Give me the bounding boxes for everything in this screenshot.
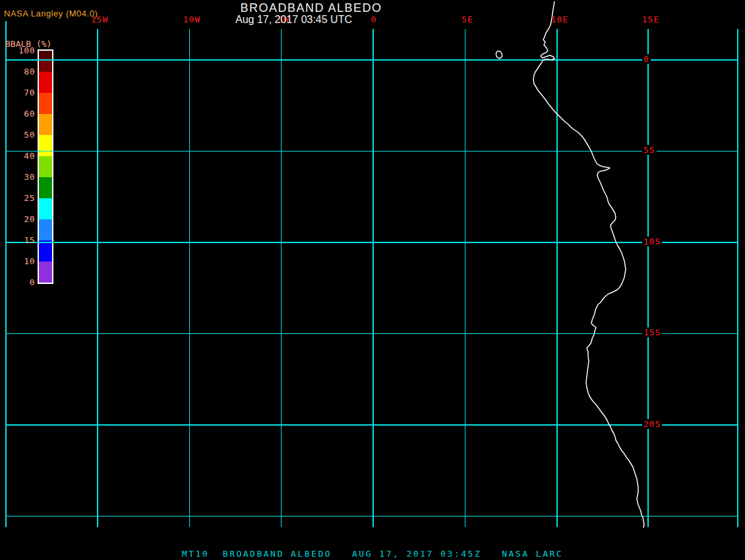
meridian-line — [556, 29, 558, 527]
colorbar-tick-label: 50 — [0, 130, 35, 140]
parallel-line — [5, 516, 737, 517]
colorbar-tick-label: 40 — [0, 152, 35, 161]
meridian-line — [647, 29, 649, 527]
colorbar-tick-label: 25 — [0, 194, 35, 203]
parallel-line — [5, 59, 737, 61]
albedo-map-product: NASA Langley (M04.0) BROADBAND ALBEDO Au… — [0, 0, 745, 560]
colorbar-tick-label: 0 — [0, 278, 35, 287]
footer-caption: MT10 BROADBAND ALBEDO AUG 17, 2017 03:45… — [0, 549, 745, 559]
meridian-line — [97, 29, 98, 527]
page-title: BROADBAND ALBEDO — [0, 1, 622, 15]
colorbar-tick-label: 100 — [0, 46, 35, 55]
colorbar-segment — [39, 135, 52, 156]
timestamp-label: Aug 17, 2017 03:45 UTC — [0, 14, 587, 26]
meridian-line — [189, 29, 191, 527]
colorbar-segment — [39, 219, 52, 240]
island-outline — [495, 50, 503, 59]
colorbar-segment — [39, 72, 52, 93]
latitude-label: 5S — [642, 145, 657, 155]
latitude-label: 10S — [642, 237, 662, 246]
meridian-line — [281, 29, 282, 527]
parallel-line — [5, 242, 737, 243]
meridian-line — [372, 29, 374, 527]
latitude-label: 20S — [642, 419, 662, 429]
longitude-label: 15E — [631, 14, 670, 24]
colorbar-segment — [39, 156, 52, 177]
colorbar-segment — [39, 240, 52, 262]
colorbar-segment — [39, 93, 52, 114]
colorbar-tick-label: 30 — [0, 173, 35, 182]
colorbar-tick-label: 10 — [0, 257, 35, 266]
colorbar-segment — [39, 114, 52, 135]
meridian-line — [465, 29, 466, 527]
colorbar-tick-label: 70 — [0, 88, 35, 98]
meridian-line — [737, 29, 738, 527]
latitude-label: 0 — [642, 54, 651, 64]
parallel-line — [5, 424, 737, 426]
coastline-path — [533, 1, 644, 528]
latitude-label: 15S — [642, 327, 662, 337]
parallel-line — [5, 333, 737, 335]
colorbar-segment — [39, 177, 52, 198]
colorbar-tick-label: 15 — [0, 236, 35, 245]
colorbar — [38, 49, 53, 284]
colorbar-tick-label: 60 — [0, 109, 35, 119]
colorbar-segment — [39, 198, 52, 219]
parallel-line — [5, 151, 737, 152]
colorbar-tick-label: 20 — [0, 215, 35, 224]
colorbar-segment — [39, 262, 52, 283]
colorbar-segment — [39, 61, 52, 72]
colorbar-tick-label: 80 — [0, 67, 35, 76]
